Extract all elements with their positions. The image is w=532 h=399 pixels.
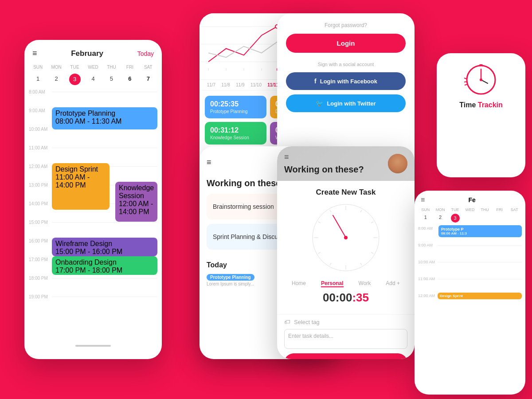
twitter-login-button[interactable]: 🐦 Login with Twitter [286,94,406,112]
event-prototype[interactable]: Prototype P08:00 AM - 11:3 [438,225,522,237]
date-1110[interactable]: 11/10 [250,82,262,87]
timer-prototype[interactable]: 00:25:35 Prototype Planning [205,96,266,118]
event-wireframe-design[interactable]: Wireframe Design 15:00 PM - 16:00 PM [52,238,157,256]
cal-date-1[interactable]: 1 [29,74,47,85]
time-label-10am: 10:00 AM [29,126,52,132]
calendar-days-header: SUN MON TUE WED THU FRI SAT [24,62,162,73]
phone4-header: ≡ Working on these? [277,146,415,181]
time-tracking-title: Time Trackin [459,101,503,109]
calendar-dates: 1 2 3 4 5 6 7 [24,73,162,89]
tag-icon: 🏷 [284,318,290,325]
event-time: 11:00 AM - 14:00 PM [55,173,106,189]
tag-label[interactable]: Select tag [294,319,320,325]
twitter-label: Login with Twitter [327,100,376,107]
today-button[interactable]: Today [137,50,154,57]
event-time: 08:00 AM - 11:3 [441,231,519,235]
event-prototype-planning[interactable]: Prototype Planning 08:00 AM - 11:30 AM [52,107,157,129]
time-12pm: 12:00 AM [418,293,438,298]
timer-knowledge[interactable]: 00:31:12 Knowledge Session [205,122,266,145]
p7-date-1[interactable]: 1 [418,214,433,223]
day-thu: THU [102,63,121,71]
cal-date-7[interactable]: 7 [139,74,157,85]
save-task-button[interactable]: Save [284,353,407,359]
facebook-icon: f [314,78,317,85]
svg-line-25 [333,215,346,238]
event-design[interactable]: Design Sprint [438,293,522,299]
p7-date-2[interactable]: 2 [433,214,447,223]
event-onboarding-design[interactable]: Onbaording Design 17:00 PM - 18:00 PM [52,256,157,275]
cal-date-6[interactable]: 6 [121,74,139,85]
login-button[interactable]: Login [286,34,406,53]
phone7-timeline: 8:00 AMPrototype P08:00 AM - 11:3 9:00 A… [415,225,525,309]
date-1118[interactable]: 11/8 [221,82,230,87]
calendar-month: February [71,49,103,58]
day-tue: TUE [448,207,462,212]
time-label-1pm: 13:00 PM [29,182,52,188]
time-label-5pm: 17:00 PM [29,256,52,262]
event-design-sprint[interactable]: Design Sprint 11:00 AM - 14:00 PM [52,163,110,210]
task-details-input[interactable]: Enter task details... [284,329,407,349]
forgot-password-link[interactable]: Forgot password? [286,22,406,28]
timer-time: 00:25:35 [210,100,261,108]
cal-date-5[interactable]: 5 [102,74,121,85]
cal-date-3[interactable]: 3 [69,74,81,85]
time-label-9am: 9:00 AM [29,107,52,113]
cal-date-4[interactable]: 4 [84,74,102,85]
svg-line-20 [330,263,331,265]
task-name: Brainstorming session [213,203,274,210]
time-label-3pm: 15:00 PM [29,219,52,225]
working-title: Working on these? [284,164,364,175]
time-label-6pm: 18:00 PM [29,275,52,281]
p7-date-3[interactable]: 3 [451,214,460,223]
tab-personal[interactable]: Personal [321,280,344,287]
svg-line-14 [360,210,362,212]
time-9am: 9:00 AM [418,242,438,247]
event-knowledge-session[interactable]: Knowledge Session 12:00 AM - 14:00 PM [115,182,157,222]
twitter-icon: 🐦 [316,100,323,107]
day-tue: TUE [66,63,84,71]
timer-label: Knowledge Session [210,135,261,140]
day-wed: WED [462,207,477,212]
time-label-7pm: 19:00 PM [29,293,52,299]
svg-line-18 [360,263,362,265]
svg-rect-34 [479,64,483,66]
home-bar [75,345,111,347]
phone7-header: ≡ Fe [415,191,525,207]
date-1119[interactable]: 11/9 [236,82,244,87]
timer-main: 00:00 [323,291,352,304]
time-label-2pm: 14:00 PM [29,200,52,206]
day-wed: WED [84,63,102,71]
month-label: Fe [469,196,476,203]
time-10am: 10:00 AM [418,259,438,264]
svg-line-17 [371,252,373,254]
day-sun: SUN [418,207,433,212]
menu-icon[interactable]: ≡ [284,153,364,162]
time-label-4pm: 16:00 PM [29,238,52,243]
tab-home[interactable]: Home [292,280,306,287]
menu-icon[interactable]: ≡ [421,196,425,204]
timer-time: 00:31:12 [210,126,261,134]
menu-icon[interactable]: ≡ [32,49,37,58]
day-mon: MON [433,207,447,212]
event-title: Knowledge Session [119,184,154,200]
clock-icon [463,62,499,98]
svg-line-24 [330,210,331,212]
user-avatar [388,154,407,173]
tab-add[interactable]: Add + [386,280,400,287]
event-title: Wireframe Design [55,240,154,248]
facebook-login-button[interactable]: f Login with Facebook [286,72,406,90]
calendar-timeline: 8:00 AM 9:00 AM 10:00 AM 11:00 AM 12:00 … [24,89,162,341]
timer-seconds: :35 [352,291,369,304]
event-time: 12:00 AM - 14:00 PM [119,200,154,216]
date-1117[interactable]: 11/7 [207,82,215,87]
event-title: Design Sprint [55,165,106,173]
svg-line-15 [371,222,373,223]
svg-line-21 [318,252,321,254]
day-sun: SUN [29,63,47,71]
phone7-dates: 1 2 3 [415,213,525,225]
tab-work[interactable]: Work [359,280,371,287]
menu-icon[interactable]: ≡ [207,158,211,167]
cal-date-2[interactable]: 2 [47,74,65,85]
time-tracking-card: Time Trackin [437,53,525,177]
time-tracking-content: Time Trackin [437,53,525,118]
